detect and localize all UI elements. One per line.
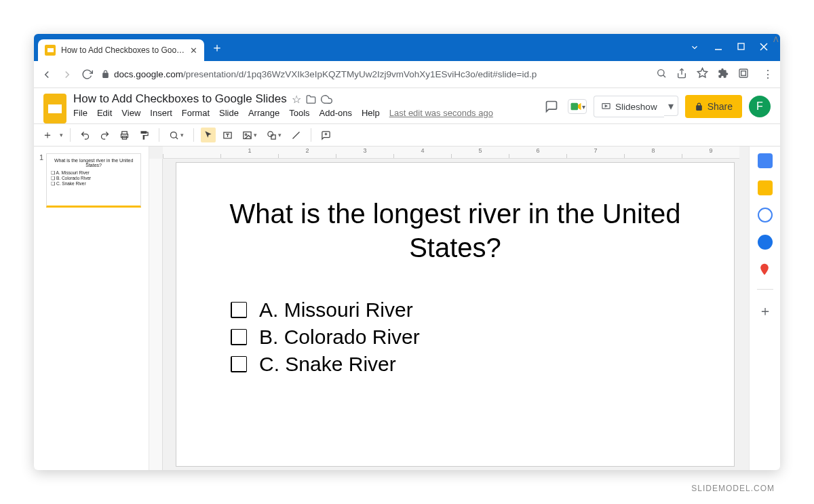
menu-file[interactable]: File — [73, 108, 88, 118]
collapse-toolbar-icon[interactable]: ᐱ — [773, 35, 779, 44]
maximize-icon[interactable] — [737, 43, 745, 52]
keep-icon[interactable] — [758, 180, 773, 195]
option-row: A. Missouri River — [231, 298, 693, 322]
line-button[interactable] — [288, 128, 304, 143]
chevron-down-icon[interactable] — [690, 43, 699, 52]
slideshow-dropdown[interactable]: ▾ — [664, 96, 678, 116]
comment-button[interactable] — [318, 128, 334, 143]
zoom-tool-button[interactable]: ▾ — [166, 128, 187, 143]
url-field[interactable]: docs.google.com/presentation/d/1pq36WzVX… — [101, 69, 648, 79]
lock-icon — [101, 70, 110, 79]
browser-menu-icon[interactable]: ⋮ — [762, 68, 773, 81]
star-icon[interactable] — [697, 67, 708, 81]
divider — [757, 289, 773, 290]
app-header: How to Add Checkboxes to Google Slides ☆… — [34, 88, 780, 123]
slide-title[interactable]: What is the longest river in the United … — [217, 197, 693, 265]
cloud-status-icon[interactable] — [321, 94, 332, 105]
svg-marker-11 — [578, 103, 581, 111]
watermark: SLIDEMODEL.COM — [691, 484, 775, 493]
canvas[interactable]: What is the longest river in the United … — [149, 147, 749, 470]
option-row: B. Colorado River — [231, 326, 693, 349]
zoom-icon[interactable] — [656, 68, 667, 81]
slide[interactable]: What is the longest river in the United … — [176, 163, 734, 466]
svg-line-5 — [663, 75, 665, 77]
new-tab-button[interactable]: ＋ — [211, 39, 223, 56]
svg-rect-8 — [739, 69, 748, 77]
menu-format[interactable]: Format — [182, 108, 210, 118]
image-button[interactable]: ▾ — [239, 128, 260, 143]
menu-insert[interactable]: Insert — [150, 108, 172, 118]
checkbox-icon — [231, 356, 247, 372]
close-icon[interactable] — [760, 43, 768, 52]
account-icon[interactable] — [738, 68, 749, 81]
svg-rect-22 — [244, 132, 251, 138]
redo-button[interactable] — [97, 128, 113, 143]
forward-button[interactable] — [61, 69, 73, 81]
avatar[interactable]: F — [749, 96, 771, 117]
filmstrip[interactable]: 1 What is the longest river in the Unite… — [34, 147, 149, 470]
slide-number: 1 — [39, 153, 43, 208]
address-bar: docs.google.com/presentation/d/1pq36WzVX… — [34, 61, 780, 88]
star-doc-icon[interactable]: ☆ — [292, 93, 301, 106]
add-on-button[interactable]: ＋ — [758, 302, 772, 320]
comments-icon[interactable] — [542, 97, 561, 116]
calendar-icon[interactable] — [758, 153, 773, 168]
tasks-icon[interactable] — [758, 208, 773, 222]
svg-point-4 — [658, 69, 664, 75]
slide-thumbnail[interactable]: What is the longest river in the United … — [46, 153, 141, 208]
contacts-icon[interactable] — [758, 235, 773, 250]
edit-status[interactable]: Last edit was seconds ago — [389, 108, 493, 118]
slideshow-label: Slideshow — [615, 102, 657, 112]
maps-icon[interactable] — [758, 262, 773, 277]
browser-tab[interactable]: How to Add Checkboxes to Goo… ✕ — [38, 39, 204, 61]
svg-rect-9 — [741, 71, 746, 75]
extensions-icon[interactable] — [718, 68, 729, 81]
meet-icon[interactable]: ▾ — [568, 99, 587, 114]
move-doc-icon[interactable] — [306, 94, 316, 104]
reload-button[interactable] — [81, 69, 93, 80]
menu-edit[interactable]: Edit — [97, 108, 112, 118]
main-area: 1 What is the longest river in the Unite… — [34, 147, 780, 470]
paint-format-button[interactable] — [136, 128, 152, 143]
undo-button[interactable] — [77, 128, 93, 143]
slides-favicon-icon — [45, 45, 56, 56]
print-button[interactable] — [117, 128, 132, 143]
shape-button[interactable]: ▾ — [264, 128, 284, 143]
share-button[interactable]: Share — [685, 95, 742, 118]
menu-addons[interactable]: Add-ons — [319, 108, 352, 118]
doc-title[interactable]: How to Add Checkboxes to Google Slides — [73, 92, 287, 106]
svg-marker-7 — [697, 68, 707, 77]
menu-slide[interactable]: Slide — [219, 108, 239, 118]
browser-window: How to Add Checkboxes to Goo… ✕ ＋ docs.g… — [34, 34, 780, 470]
new-slide-button[interactable]: ＋ — [39, 125, 56, 145]
share-url-icon[interactable] — [676, 68, 687, 81]
tab-title: How to Add Checkboxes to Goo… — [61, 45, 185, 55]
menu-view[interactable]: View — [121, 108, 140, 118]
menu-tools[interactable]: Tools — [289, 108, 309, 118]
slide-options[interactable]: A. Missouri River B. Colorado River C. S… — [231, 298, 693, 376]
ruler-horizontal — [163, 147, 739, 159]
textbox-button[interactable] — [220, 128, 235, 143]
checkbox-icon — [231, 329, 247, 345]
side-panel: ＋ — [749, 147, 780, 470]
svg-marker-13 — [605, 105, 607, 107]
share-label: Share — [708, 101, 733, 112]
back-button[interactable] — [41, 69, 53, 81]
menu-help[interactable]: Help — [362, 108, 380, 118]
menu-bar: File Edit View Insert Format Slide Arran… — [73, 108, 535, 118]
slideshow-button[interactable]: Slideshow — [594, 96, 664, 117]
svg-line-26 — [293, 132, 300, 138]
url-path: /presentation/d/1pq36WzVXIk3eIpKQZTMyUw2… — [183, 69, 537, 79]
url-host: docs.google.com — [114, 69, 183, 79]
window-controls — [690, 43, 780, 52]
option-row: C. Snake River — [231, 353, 693, 376]
checkbox-icon — [231, 302, 247, 318]
svg-rect-1 — [738, 43, 744, 50]
select-tool-button[interactable] — [201, 128, 216, 142]
tab-close-icon[interactable]: ✕ — [190, 45, 197, 56]
slides-logo-icon[interactable] — [43, 94, 66, 123]
present-icon — [601, 102, 611, 112]
ruler-vertical — [149, 159, 163, 470]
minimize-icon[interactable] — [714, 43, 722, 52]
menu-arrange[interactable]: Arrange — [248, 108, 279, 118]
